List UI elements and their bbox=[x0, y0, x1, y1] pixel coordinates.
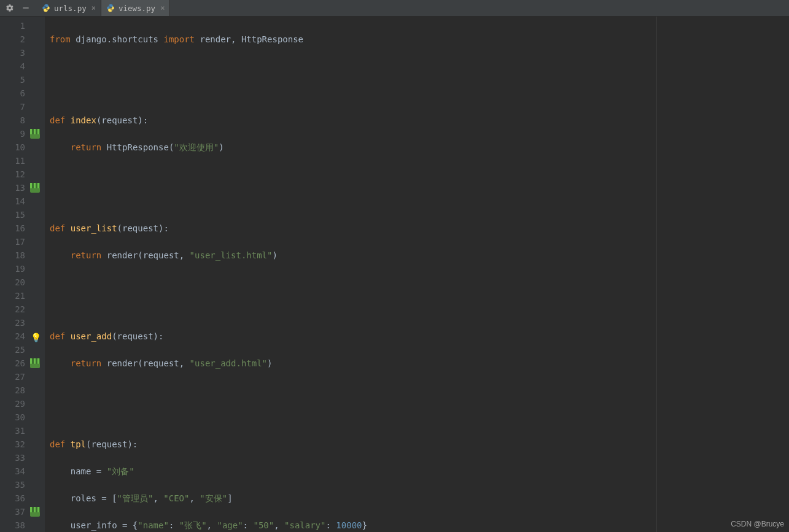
minus-icon[interactable] bbox=[20, 2, 32, 14]
right-margin-line bbox=[656, 17, 657, 532]
editor[interactable]: 1 2 3 4 5 6 7 8 9 10 11 12 13 14 15 16 1… bbox=[0, 17, 789, 532]
watermark: CSDN @Brucye bbox=[731, 520, 784, 528]
close-icon[interactable]: × bbox=[91, 4, 96, 12]
tab-label: urls.py bbox=[54, 4, 87, 13]
close-icon[interactable]: × bbox=[160, 4, 165, 12]
gear-icon[interactable] bbox=[4, 2, 16, 14]
titlebar: urls.py × views.py × bbox=[0, 0, 789, 17]
tabs: urls.py × views.py × bbox=[37, 0, 170, 16]
tab-urls[interactable]: urls.py × bbox=[37, 0, 101, 16]
tab-label: views.py bbox=[119, 4, 155, 13]
tab-views[interactable]: views.py × bbox=[101, 0, 170, 16]
inlay-badge[interactable] bbox=[30, 507, 40, 517]
inlay-badge[interactable] bbox=[30, 358, 40, 368]
bulb-icon[interactable]: 💡 bbox=[31, 331, 41, 344]
python-icon bbox=[106, 4, 115, 12]
code-area[interactable]: from django.shortcuts import render, Htt… bbox=[45, 17, 789, 532]
svg-rect-0 bbox=[23, 7, 28, 8]
python-icon bbox=[42, 4, 50, 12]
inlay-badge[interactable] bbox=[30, 129, 40, 139]
gutter: 1 2 3 4 5 6 7 8 9 10 11 12 13 14 15 16 1… bbox=[0, 17, 45, 532]
inlay-badge[interactable] bbox=[30, 183, 40, 193]
